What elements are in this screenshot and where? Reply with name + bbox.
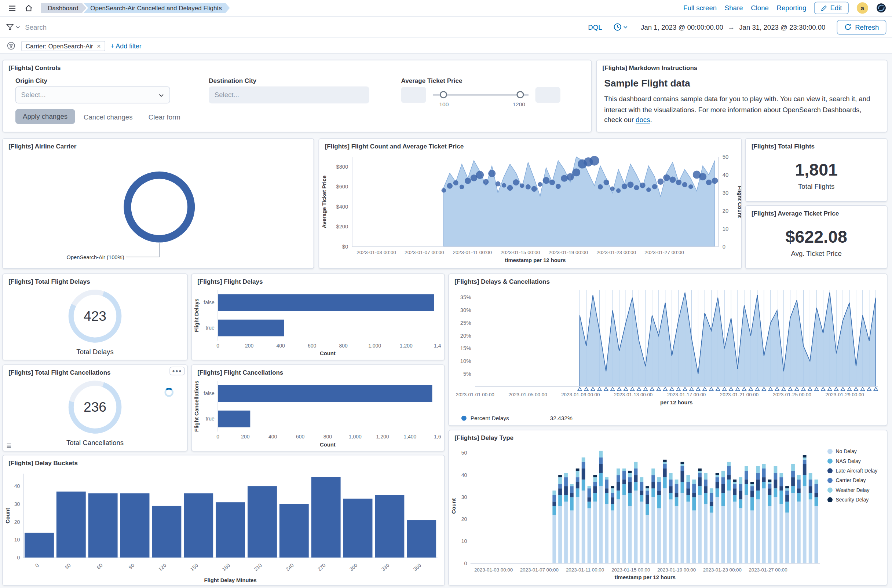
clone-link[interactable]: Clone: [751, 4, 769, 12]
panel-title[interactable]: [Flights] Flight Count and Average Ticke…: [319, 139, 741, 151]
price-max-input[interactable]: [536, 87, 560, 103]
bar-segment: [768, 495, 772, 506]
close-icon[interactable]: ×: [97, 42, 101, 50]
date-range[interactable]: Jan 1, 2023 @ 00:00:00.00 → Jan 31, 2023…: [636, 23, 830, 31]
bar-segment: [809, 480, 812, 486]
bar-segment: [768, 482, 772, 484]
bar-segment: [617, 475, 620, 482]
svg-text:2023-01-17 00:00: 2023-01-17 00:00: [667, 392, 706, 398]
svg-text:400: 400: [269, 434, 277, 440]
legend-toggle-icon[interactable]: ≣: [6, 442, 11, 449]
add-filter-link[interactable]: + Add filter: [110, 42, 141, 50]
bar-segment: [622, 468, 626, 471]
dql-button[interactable]: DQL: [585, 23, 605, 31]
airline-carrier-chart[interactable]: OpenSearch-Air (100%): [3, 150, 314, 268]
filter-options-button[interactable]: [6, 41, 16, 51]
breadcrumb: Dashboard OpenSearch-Air Cancelled and D…: [41, 3, 230, 13]
panel-title[interactable]: [Flights] Controls: [3, 60, 591, 72]
legend-label[interactable]: Percent Delays: [471, 415, 509, 421]
svg-text:1,6: 1,6: [434, 434, 441, 440]
bubble: [669, 177, 676, 183]
svg-text:$600: $600: [336, 184, 348, 189]
flight-delays-chart[interactable]: 02004006008001,0001,2001,4CountFlight De…: [192, 286, 444, 360]
annotation-marker: [874, 387, 878, 390]
svg-text:300: 300: [348, 562, 359, 572]
opensearch-logo-icon[interactable]: [876, 3, 886, 13]
total-cancellations-gauge[interactable]: 236: [66, 378, 124, 436]
svg-text:0: 0: [216, 343, 219, 349]
menu-button[interactable]: [6, 2, 18, 14]
bar-segment: [587, 486, 591, 488]
breadcrumb-dashboard[interactable]: Dashboard: [41, 3, 87, 13]
apply-changes-button[interactable]: Apply changes: [15, 109, 75, 124]
flight-count-price-chart[interactable]: $0$200$400$600$800010203040502023-01-03 …: [319, 150, 741, 268]
panel-title[interactable]: [Flights] Delay Type: [449, 430, 887, 442]
delay-buckets-chart[interactable]: 010203040CountFlight Delay Minutes030609…: [3, 466, 444, 585]
delay-type-chart[interactable]: 01020304050Count2023-01-03 00:002023-01-…: [449, 442, 887, 585]
bar-segment: [698, 473, 702, 477]
date-to[interactable]: Jan 31, 2023 @ 23:30:00.00: [739, 23, 825, 31]
bar-segment: [646, 490, 649, 495]
bar-segment: [716, 475, 719, 477]
panel-title[interactable]: [Flights] Flight Cancellations: [192, 365, 444, 377]
svg-text:60: 60: [96, 562, 104, 570]
total-delays-gauge[interactable]: 423: [66, 287, 124, 345]
panel-title[interactable]: [Flights] Flight Delays: [192, 274, 444, 286]
svg-text:$400: $400: [336, 204, 348, 210]
time-picker-quick-menu[interactable]: [610, 23, 632, 31]
full-screen-link[interactable]: Full screen: [683, 4, 717, 12]
price-slider-handle-min[interactable]: [440, 91, 447, 98]
panel-title[interactable]: [Flights] Delays & Cancellations: [449, 274, 887, 286]
bar-segment: [774, 473, 778, 480]
bar-segment: [721, 477, 725, 484]
bar-segment: [745, 466, 748, 471]
bar-segment: [704, 504, 707, 564]
annotation-marker: [624, 387, 628, 390]
svg-text:NAS Delay: NAS Delay: [835, 458, 860, 464]
bar-segment: [646, 495, 649, 504]
price-slider-track[interactable]: [433, 94, 529, 95]
reporting-link[interactable]: Reporting: [777, 4, 806, 12]
query-bar: DQL Jan 1, 2023 @ 00:00:00.00 → Jan 31, …: [0, 16, 892, 38]
home-button[interactable]: [22, 2, 35, 14]
saved-query-menu-button[interactable]: [6, 23, 21, 31]
cancel-changes-button[interactable]: Cancel changes: [84, 113, 132, 122]
panel-delay-buckets: [Flights] Delay Buckets 010203040CountFl…: [2, 455, 445, 586]
bar-segment: [640, 477, 643, 482]
bar-segment: [553, 495, 556, 501]
svg-text:2023-01-19 00:00: 2023-01-19 00:00: [549, 250, 588, 255]
chevron-down-icon: [623, 24, 628, 30]
svg-text:2023-01-07 00:00: 2023-01-07 00:00: [520, 567, 559, 573]
destination-city-select[interactable]: Select...: [209, 87, 369, 104]
bar: [57, 492, 86, 558]
origin-city-select[interactable]: Select...: [15, 87, 170, 104]
refresh-button[interactable]: Refresh: [837, 20, 886, 34]
docs-link[interactable]: docs: [636, 116, 650, 124]
panel-title[interactable]: [Flights] Airline Carrier: [3, 139, 314, 151]
bar-segment: [634, 468, 638, 475]
bar-segment: [553, 490, 556, 495]
price-min-input[interactable]: [401, 87, 426, 103]
svg-text:2023-01-15 00:00: 2023-01-15 00:00: [501, 250, 540, 255]
delays-cancellations-chart[interactable]: 5%10%15%20%25%30%35%2023-01-01 00:002023…: [449, 286, 887, 411]
bar: [120, 494, 150, 558]
share-link[interactable]: Share: [725, 4, 743, 12]
bubble: [598, 184, 603, 189]
edit-button[interactable]: Edit: [814, 2, 849, 14]
bar-segment: [611, 497, 614, 504]
price-slider-handle-max[interactable]: [517, 91, 524, 98]
avatar[interactable]: a: [857, 2, 868, 14]
flight-cancellations-chart[interactable]: 02004006008001,0001,2001,4001,6CountFlig…: [192, 376, 444, 451]
chart-legend[interactable]: Percent Delays 32.432%: [461, 415, 572, 421]
filter-pill-carrier[interactable]: Carrier: OpenSearch-Air ×: [21, 41, 105, 51]
panel-title[interactable]: [Flights] Markdown Instructions: [597, 60, 887, 72]
bar: [218, 320, 284, 336]
destination-city-value: Select...: [215, 91, 239, 99]
annotation-marker: [729, 387, 733, 390]
search-input[interactable]: [25, 23, 580, 31]
bar-segment: [727, 466, 731, 475]
svg-text:0: 0: [722, 244, 725, 250]
clear-form-button[interactable]: Clear form: [149, 113, 180, 122]
date-from[interactable]: Jan 1, 2023 @ 00:00:00.00: [641, 23, 723, 31]
panel-title[interactable]: [Flights] Delay Buckets: [3, 455, 444, 467]
